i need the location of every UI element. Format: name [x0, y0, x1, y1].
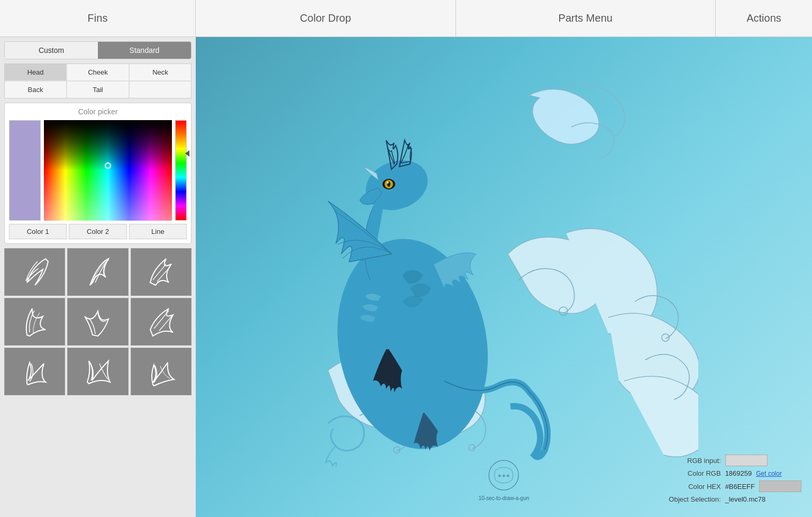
- part-cheek-button[interactable]: Cheek: [67, 64, 129, 80]
- fin-thumb-2[interactable]: [67, 248, 128, 296]
- actions-label: Actions: [746, 12, 781, 24]
- fin-icon-7: [16, 353, 53, 390]
- nav-parts-menu: Parts Menu: [456, 0, 716, 37]
- fin-icon-5: [79, 303, 116, 340]
- fin-icon-3: [142, 253, 179, 291]
- standard-toggle-button[interactable]: Standard: [98, 42, 191, 59]
- color-rgb-row: Color RGB 1869259 Get color: [663, 469, 801, 477]
- fin-icon-6: [142, 303, 179, 340]
- fin-thumb-9[interactable]: [131, 348, 191, 395]
- hue-strip[interactable]: [175, 120, 187, 221]
- rgb-input-label: RGB input:: [663, 457, 721, 465]
- fins-label: Fins: [88, 12, 108, 24]
- parts-grid: Head Cheek Neck Back Tail: [4, 64, 191, 98]
- nav-actions: Actions: [716, 0, 812, 37]
- color-swatch-preview[interactable]: [9, 120, 41, 221]
- dragon-illustration: [222, 53, 698, 508]
- get-color-button[interactable]: Get color: [756, 470, 782, 477]
- object-sel-row: Object Selection: _level0.mc78: [663, 495, 801, 503]
- fin-thumb-3[interactable]: [131, 248, 191, 296]
- color2-tab[interactable]: Color 2: [69, 224, 126, 239]
- nav-fins: Fins: [0, 0, 196, 37]
- svg-point-8: [321, 227, 504, 461]
- custom-toggle-button[interactable]: Custom: [5, 42, 98, 59]
- color-hex-value: #B6EEFF: [725, 483, 755, 491]
- fin-thumb-1[interactable]: [4, 248, 65, 296]
- fin-icon-4: [16, 303, 53, 340]
- part-neck-button[interactable]: Neck: [130, 64, 191, 80]
- rgb-input-field[interactable]: [725, 455, 768, 466]
- fin-icon-1: [16, 253, 53, 291]
- color-rgb-value: 1869259: [725, 469, 752, 477]
- crosshair-indicator: [105, 162, 111, 169]
- color-hex-label: Color HEX: [663, 483, 721, 491]
- color-drop-label: Color Drop: [300, 12, 351, 24]
- fin-thumb-7[interactable]: [4, 348, 65, 395]
- fin-icon-9: [142, 353, 179, 390]
- fin-thumb-6[interactable]: [131, 298, 191, 346]
- part-back-button[interactable]: Back: [5, 81, 66, 98]
- line-tab[interactable]: Line: [129, 224, 187, 239]
- hue-arrow-indicator: [185, 150, 189, 157]
- rgb-input-row: RGB input:: [663, 455, 801, 466]
- fin-icon-2: [79, 253, 116, 291]
- canvas-area[interactable]: ✦✦✦ 10-sec-to-draw-a-gun RGB input: Colo…: [196, 37, 812, 517]
- color-picker-title: Color picker: [9, 107, 187, 116]
- color-tab-row: Color 1 Color 2 Line: [9, 224, 187, 239]
- mode-toggle: Custom Standard: [4, 41, 191, 59]
- color1-tab[interactable]: Color 1: [9, 224, 67, 239]
- svg-point-13: [387, 182, 389, 184]
- color-rgb-label: Color RGB: [663, 469, 721, 477]
- color-picker-section: Color picker Color 1 Color 2 Line: [4, 103, 191, 244]
- info-panel: RGB input: Color RGB 1869259 Get color C…: [663, 455, 801, 506]
- watermark-text: 10-sec-to-draw-a-gun: [479, 495, 530, 501]
- watermark: ✦✦✦ 10-sec-to-draw-a-gun: [479, 459, 530, 501]
- color-sample-button[interactable]: [759, 480, 801, 492]
- fin-thumb-8[interactable]: [67, 348, 128, 395]
- watermark-logo: ✦✦✦: [488, 459, 519, 491]
- part-tail-button[interactable]: Tail: [67, 81, 129, 98]
- nav-color-drop: Color Drop: [196, 0, 456, 37]
- fins-thumbnail-grid: [4, 248, 191, 395]
- color-picker-inner: [9, 120, 187, 221]
- parts-menu-label: Parts Menu: [559, 12, 613, 24]
- fin-thumb-5[interactable]: [67, 298, 128, 346]
- fin-icon-8: [79, 353, 116, 390]
- part-head-button[interactable]: Head: [5, 64, 66, 80]
- color-gradient-picker[interactable]: [44, 120, 172, 221]
- color-hex-row: Color HEX #B6EEFF: [663, 480, 801, 492]
- object-sel-label: Object Selection:: [663, 495, 721, 503]
- dragon-container: [222, 53, 698, 508]
- fin-thumb-4[interactable]: [4, 298, 65, 346]
- top-nav: Fins Color Drop Parts Menu Actions: [0, 0, 812, 37]
- main-layout: Custom Standard Head Cheek Neck Back Tai…: [0, 37, 812, 517]
- svg-text:✦✦✦: ✦✦✦: [497, 473, 510, 479]
- object-sel-value: _level0.mc78: [725, 495, 766, 503]
- left-panel: Custom Standard Head Cheek Neck Back Tai…: [0, 37, 196, 517]
- part-empty: [130, 81, 191, 98]
